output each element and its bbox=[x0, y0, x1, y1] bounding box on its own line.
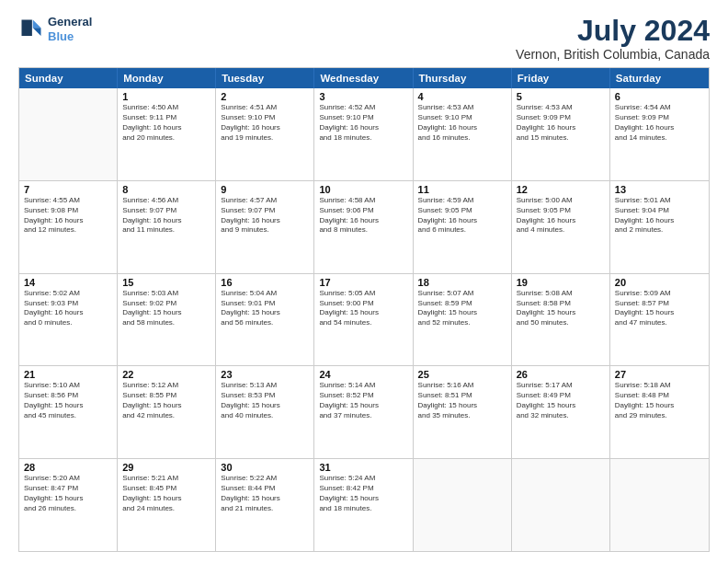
cell-info: Sunrise: 4:54 AM Sunset: 9:09 PM Dayligh… bbox=[615, 103, 704, 143]
svg-marker-0 bbox=[33, 19, 41, 28]
logo-line2: Blue bbox=[48, 29, 92, 44]
calendar-cell: 4Sunrise: 4:53 AM Sunset: 9:10 PM Daylig… bbox=[414, 88, 512, 180]
cell-info: Sunrise: 5:24 AM Sunset: 8:42 PM Dayligh… bbox=[319, 474, 407, 513]
calendar-cell: 12Sunrise: 5:00 AM Sunset: 9:05 PM Dayli… bbox=[512, 181, 610, 273]
day-number: 14 bbox=[24, 277, 112, 288]
day-number: 28 bbox=[24, 462, 112, 473]
cell-info: Sunrise: 4:55 AM Sunset: 9:08 PM Dayligh… bbox=[24, 196, 112, 236]
calendar-header: SundayMondayTuesdayWednesdayThursdayFrid… bbox=[19, 68, 709, 88]
cell-info: Sunrise: 4:57 AM Sunset: 9:07 PM Dayligh… bbox=[221, 196, 309, 236]
day-number: 15 bbox=[122, 277, 210, 288]
day-number: 13 bbox=[615, 184, 704, 195]
day-number: 25 bbox=[418, 369, 506, 380]
cell-info: Sunrise: 5:18 AM Sunset: 8:48 PM Dayligh… bbox=[615, 381, 704, 420]
cell-info: Sunrise: 5:02 AM Sunset: 9:03 PM Dayligh… bbox=[24, 289, 112, 328]
calendar-cell: 30Sunrise: 5:22 AM Sunset: 8:44 PM Dayli… bbox=[216, 459, 314, 551]
cell-info: Sunrise: 5:08 AM Sunset: 8:58 PM Dayligh… bbox=[517, 289, 605, 328]
day-number: 16 bbox=[221, 277, 309, 288]
page: General Blue July 2024 Vernon, British C… bbox=[0, 0, 728, 563]
calendar-body: 1Sunrise: 4:50 AM Sunset: 9:11 PM Daylig… bbox=[19, 88, 709, 551]
calendar-cell: 10Sunrise: 4:58 AM Sunset: 9:06 PM Dayli… bbox=[314, 181, 413, 273]
weekday-header: Wednesday bbox=[314, 68, 413, 88]
day-number: 22 bbox=[122, 369, 210, 380]
calendar-cell: 29Sunrise: 5:21 AM Sunset: 8:45 PM Dayli… bbox=[118, 459, 216, 551]
calendar-cell: 24Sunrise: 5:14 AM Sunset: 8:52 PM Dayli… bbox=[314, 366, 413, 458]
cell-info: Sunrise: 5:21 AM Sunset: 8:45 PM Dayligh… bbox=[122, 474, 210, 513]
calendar-cell: 7Sunrise: 4:55 AM Sunset: 9:08 PM Daylig… bbox=[19, 181, 118, 273]
calendar-cell: 11Sunrise: 4:59 AM Sunset: 9:05 PM Dayli… bbox=[414, 181, 512, 273]
day-number: 21 bbox=[24, 369, 112, 380]
calendar-row: 1Sunrise: 4:50 AM Sunset: 9:11 PM Daylig… bbox=[19, 88, 709, 181]
main-title: July 2024 bbox=[516, 15, 710, 47]
svg-marker-1 bbox=[33, 28, 41, 36]
cell-info: Sunrise: 4:53 AM Sunset: 9:09 PM Dayligh… bbox=[517, 103, 605, 143]
logo-line1: General bbox=[48, 15, 92, 29]
calendar-cell: 15Sunrise: 5:03 AM Sunset: 9:02 PM Dayli… bbox=[118, 274, 216, 366]
day-number: 20 bbox=[615, 277, 704, 288]
svg-rect-2 bbox=[22, 19, 32, 36]
cell-info: Sunrise: 5:20 AM Sunset: 8:47 PM Dayligh… bbox=[24, 474, 112, 513]
calendar-cell: 13Sunrise: 5:01 AM Sunset: 9:04 PM Dayli… bbox=[610, 181, 709, 273]
day-number: 26 bbox=[517, 369, 605, 380]
calendar-row: 14Sunrise: 5:02 AM Sunset: 9:03 PM Dayli… bbox=[19, 274, 709, 367]
weekday-header: Friday bbox=[512, 68, 610, 88]
cell-info: Sunrise: 4:52 AM Sunset: 9:10 PM Dayligh… bbox=[319, 103, 407, 143]
calendar-cell: 28Sunrise: 5:20 AM Sunset: 8:47 PM Dayli… bbox=[19, 459, 118, 551]
day-number: 17 bbox=[319, 277, 407, 288]
day-number: 4 bbox=[418, 91, 506, 102]
cell-info: Sunrise: 4:51 AM Sunset: 9:10 PM Dayligh… bbox=[221, 103, 309, 143]
day-number: 30 bbox=[221, 462, 309, 473]
day-number: 7 bbox=[24, 184, 112, 195]
calendar-cell: 19Sunrise: 5:08 AM Sunset: 8:58 PM Dayli… bbox=[512, 274, 610, 366]
cell-info: Sunrise: 5:12 AM Sunset: 8:55 PM Dayligh… bbox=[122, 381, 210, 420]
cell-info: Sunrise: 4:58 AM Sunset: 9:06 PM Dayligh… bbox=[319, 196, 407, 236]
calendar-cell: 8Sunrise: 4:56 AM Sunset: 9:07 PM Daylig… bbox=[118, 181, 216, 273]
calendar-cell: 26Sunrise: 5:17 AM Sunset: 8:49 PM Dayli… bbox=[512, 366, 610, 458]
cell-info: Sunrise: 5:10 AM Sunset: 8:56 PM Dayligh… bbox=[24, 381, 112, 420]
cell-info: Sunrise: 5:13 AM Sunset: 8:53 PM Dayligh… bbox=[221, 381, 309, 420]
calendar-cell: 16Sunrise: 5:04 AM Sunset: 9:01 PM Dayli… bbox=[216, 274, 314, 366]
subtitle: Vernon, British Columbia, Canada bbox=[516, 47, 710, 62]
day-number: 27 bbox=[615, 369, 704, 380]
day-number: 31 bbox=[319, 462, 407, 473]
cell-info: Sunrise: 4:53 AM Sunset: 9:10 PM Dayligh… bbox=[418, 103, 506, 143]
day-number: 19 bbox=[517, 277, 605, 288]
calendar-cell: 31Sunrise: 5:24 AM Sunset: 8:42 PM Dayli… bbox=[314, 459, 413, 551]
weekday-header: Thursday bbox=[414, 68, 512, 88]
calendar-cell: 22Sunrise: 5:12 AM Sunset: 8:55 PM Dayli… bbox=[118, 366, 216, 458]
cell-info: Sunrise: 5:16 AM Sunset: 8:51 PM Dayligh… bbox=[418, 381, 506, 420]
calendar-cell: 1Sunrise: 4:50 AM Sunset: 9:11 PM Daylig… bbox=[118, 88, 216, 180]
title-block: July 2024 Vernon, British Columbia, Cana… bbox=[516, 15, 710, 62]
calendar-cell bbox=[512, 459, 610, 551]
day-number: 29 bbox=[122, 462, 210, 473]
cell-info: Sunrise: 5:17 AM Sunset: 8:49 PM Dayligh… bbox=[517, 381, 605, 420]
calendar: SundayMondayTuesdayWednesdayThursdayFrid… bbox=[18, 67, 710, 552]
calendar-cell: 3Sunrise: 4:52 AM Sunset: 9:10 PM Daylig… bbox=[314, 88, 413, 180]
calendar-row: 7Sunrise: 4:55 AM Sunset: 9:08 PM Daylig… bbox=[19, 181, 709, 274]
calendar-cell: 14Sunrise: 5:02 AM Sunset: 9:03 PM Dayli… bbox=[19, 274, 118, 366]
cell-info: Sunrise: 4:50 AM Sunset: 9:11 PM Dayligh… bbox=[122, 103, 210, 143]
cell-info: Sunrise: 5:05 AM Sunset: 9:00 PM Dayligh… bbox=[319, 289, 407, 328]
weekday-header: Sunday bbox=[19, 68, 118, 88]
cell-info: Sunrise: 5:07 AM Sunset: 8:59 PM Dayligh… bbox=[418, 289, 506, 328]
calendar-row: 28Sunrise: 5:20 AM Sunset: 8:47 PM Dayli… bbox=[19, 459, 709, 551]
day-number: 23 bbox=[221, 369, 309, 380]
calendar-cell: 20Sunrise: 5:09 AM Sunset: 8:57 PM Dayli… bbox=[610, 274, 709, 366]
calendar-cell bbox=[610, 459, 709, 551]
day-number: 18 bbox=[418, 277, 506, 288]
calendar-cell: 2Sunrise: 4:51 AM Sunset: 9:10 PM Daylig… bbox=[216, 88, 314, 180]
header: General Blue July 2024 Vernon, British C… bbox=[18, 15, 710, 62]
day-number: 12 bbox=[517, 184, 605, 195]
calendar-cell: 27Sunrise: 5:18 AM Sunset: 8:48 PM Dayli… bbox=[610, 366, 709, 458]
cell-info: Sunrise: 5:03 AM Sunset: 9:02 PM Dayligh… bbox=[122, 289, 210, 328]
day-number: 10 bbox=[319, 184, 407, 195]
day-number: 11 bbox=[418, 184, 506, 195]
day-number: 5 bbox=[517, 91, 605, 102]
logo-text: General Blue bbox=[48, 15, 92, 43]
cell-info: Sunrise: 5:22 AM Sunset: 8:44 PM Dayligh… bbox=[221, 474, 309, 513]
day-number: 9 bbox=[221, 184, 309, 195]
calendar-cell: 5Sunrise: 4:53 AM Sunset: 9:09 PM Daylig… bbox=[512, 88, 610, 180]
cell-info: Sunrise: 4:56 AM Sunset: 9:07 PM Dayligh… bbox=[122, 196, 210, 236]
weekday-header: Monday bbox=[118, 68, 216, 88]
day-number: 3 bbox=[319, 91, 407, 102]
